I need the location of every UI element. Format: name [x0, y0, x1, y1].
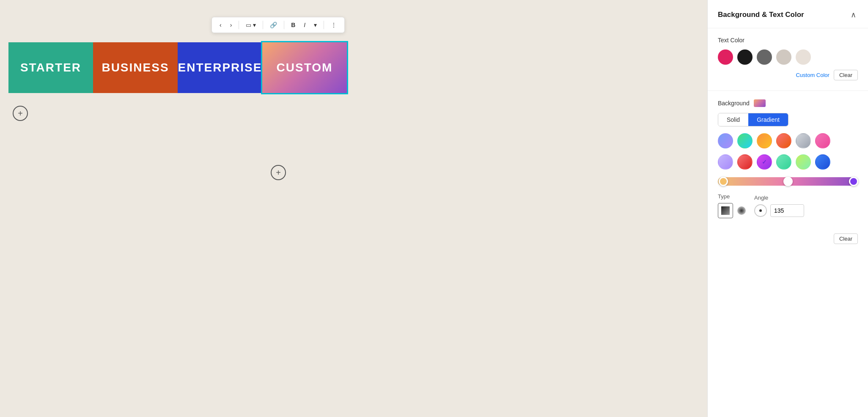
- gradient-swatch-gray[interactable]: [796, 133, 811, 148]
- right-panel: Background & Text Color ∧ Text Color Cus…: [707, 0, 868, 417]
- more-options-button[interactable]: ⋮: [327, 20, 340, 30]
- text-swatch-lightgray[interactable]: [776, 49, 791, 65]
- linear-gradient-icon: [721, 206, 730, 215]
- text-swatch-black[interactable]: [737, 49, 753, 65]
- back-button[interactable]: ‹: [216, 20, 225, 30]
- angle-dial[interactable]: [754, 204, 767, 217]
- plan-enterprise-button[interactable]: ENTERPRISE: [178, 42, 262, 93]
- panel-header: Background & Text Color ∧: [708, 0, 868, 28]
- gradient-swatch-purple-selected[interactable]: ✓: [757, 154, 772, 170]
- gradient-swatch-lime[interactable]: [796, 154, 811, 170]
- toolbar-divider-4: [324, 21, 324, 29]
- type-icons: [718, 203, 746, 218]
- background-header: Background: [718, 99, 858, 107]
- canvas-area: ‹ › ▭ ▾ 🔗 B I ▾ ⋮ STARTER BUSINESS ENTER…: [0, 0, 707, 417]
- gradient-swatches-row2: ✓: [718, 154, 858, 170]
- gradient-swatch-pink[interactable]: [815, 133, 830, 148]
- custom-color-link[interactable]: Custom Color: [796, 72, 829, 78]
- plan-starter-button[interactable]: STARTER: [8, 42, 93, 93]
- gradient-swatch-green-teal[interactable]: [737, 133, 753, 148]
- toolbar-divider-2: [263, 21, 263, 29]
- angle-label: Angle: [754, 195, 804, 201]
- type-section: Type: [718, 193, 746, 218]
- text-color-section: Text Color Custom Color Clear: [708, 28, 868, 91]
- radial-type-button[interactable]: [737, 206, 746, 215]
- rect-icon: ▭ ▾: [246, 22, 256, 28]
- plans-area: STARTER BUSINESS ENTERPRISE CUSTOM: [8, 42, 347, 93]
- toolbar-divider-1: [239, 21, 239, 29]
- gradient-swatch-mint[interactable]: [776, 154, 791, 170]
- link-button[interactable]: 🔗: [266, 20, 280, 30]
- linear-type-button[interactable]: [718, 203, 733, 218]
- text-color-clear-button[interactable]: Clear: [834, 70, 858, 80]
- text-more-button[interactable]: ▾: [310, 20, 320, 30]
- gradient-tab[interactable]: Gradient: [748, 113, 788, 126]
- plan-business-button[interactable]: BUSINESS: [93, 42, 178, 93]
- gradient-handle-left[interactable]: [719, 177, 728, 186]
- plus-icon-1: +: [18, 109, 23, 118]
- text-color-swatches: [718, 49, 858, 65]
- text-swatch-gray[interactable]: [757, 49, 772, 65]
- angle-dial-dot: [759, 209, 762, 212]
- gradient-swatch-red-crimson[interactable]: [737, 154, 753, 170]
- text-swatch-lightest[interactable]: [796, 49, 811, 65]
- collapse-panel-button[interactable]: ∧: [849, 8, 858, 21]
- bottom-clear-row: Clear: [708, 227, 868, 251]
- rect-button[interactable]: ▭ ▾: [242, 20, 259, 30]
- background-clear-button[interactable]: Clear: [834, 233, 858, 244]
- angle-input[interactable]: [770, 204, 804, 217]
- panel-title: Background & Text Color: [718, 11, 804, 19]
- gradient-swatch-orange[interactable]: [757, 133, 772, 148]
- link-icon: 🔗: [270, 22, 277, 28]
- background-preview: [754, 99, 766, 107]
- forward-button[interactable]: ›: [227, 20, 236, 30]
- background-section: Background Solid Gradient ✓: [708, 91, 868, 227]
- toolbar-divider-3: [284, 21, 284, 29]
- gradient-swatches-row1: [718, 133, 858, 148]
- editor-toolbar: ‹ › ▭ ▾ 🔗 B I ▾ ⋮: [212, 17, 345, 33]
- angle-input-row: [754, 204, 804, 217]
- type-label: Type: [718, 193, 746, 200]
- gradient-handle-right[interactable]: [849, 177, 858, 186]
- gradient-slider[interactable]: [718, 176, 858, 187]
- italic-button[interactable]: I: [300, 20, 309, 30]
- gradient-swatch-deep-blue[interactable]: [815, 154, 830, 170]
- gradient-swatch-lavender[interactable]: [718, 154, 733, 170]
- angle-section: Angle: [754, 195, 804, 217]
- custom-color-row: Custom Color Clear: [718, 70, 858, 80]
- gradient-swatch-blue-purple[interactable]: [718, 133, 733, 148]
- text-swatch-red[interactable]: [718, 49, 733, 65]
- gradient-handle-mid[interactable]: [783, 177, 793, 186]
- gradient-swatch-red-orange[interactable]: [776, 133, 791, 148]
- plus-icon-2: +: [276, 168, 281, 178]
- add-block-button-1[interactable]: +: [13, 106, 28, 121]
- plan-custom-button[interactable]: CUSTOM: [262, 42, 347, 93]
- background-label: Background: [718, 100, 750, 107]
- bold-button[interactable]: B: [288, 20, 299, 30]
- solid-tab[interactable]: Solid: [718, 113, 748, 126]
- gradient-type-tabs: Solid Gradient: [718, 113, 788, 126]
- text-color-label: Text Color: [718, 37, 858, 44]
- type-angle-row: Type Angle: [718, 193, 858, 218]
- add-block-button-2[interactable]: +: [271, 165, 286, 180]
